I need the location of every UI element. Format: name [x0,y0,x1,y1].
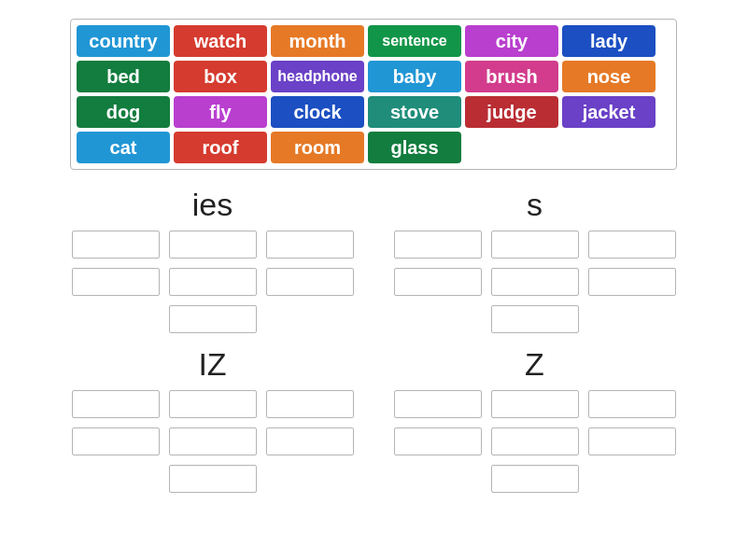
word-card-city[interactable]: city [465,25,558,57]
group-IZ: IZ [70,346,355,493]
group-s: s [392,187,677,333]
group-title: ies [70,187,355,223]
drop-slot[interactable] [394,231,482,259]
sort-groups: iessIZZ [70,187,677,493]
drop-slot[interactable] [266,268,354,296]
drop-slot[interactable] [588,268,676,296]
drop-slot[interactable] [72,268,160,296]
drop-slot[interactable] [169,231,257,259]
group-title: Z [392,346,677,383]
word-card-month[interactable]: month [271,25,364,57]
word-card-fly[interactable]: fly [174,96,267,128]
word-card-room[interactable]: room [271,132,364,163]
word-card-sentence[interactable]: sentence [368,25,461,57]
word-card-stove[interactable]: stove [368,96,461,128]
word-bank: countrywatchmonthsentencecityladybedboxh… [70,19,677,170]
drop-slot[interactable] [394,268,482,296]
slot-grid [70,390,355,493]
drop-slot[interactable] [169,390,257,418]
word-card-clock[interactable]: clock [271,96,364,128]
drop-slot[interactable] [72,427,160,455]
word-card-baby[interactable]: baby [368,61,461,92]
drop-slot[interactable] [266,390,354,418]
word-card-roof[interactable]: roof [174,132,267,163]
drop-slot[interactable] [169,427,257,455]
word-card-watch[interactable]: watch [174,25,267,57]
drop-slot[interactable] [491,305,579,333]
word-card-glass[interactable]: glass [368,132,461,163]
word-card-judge[interactable]: judge [465,96,558,128]
slot-grid [392,390,677,493]
word-card-country[interactable]: country [77,25,170,57]
group-title: s [392,187,677,223]
group-Z: Z [392,346,677,493]
drop-slot[interactable] [588,231,676,259]
group-ies: ies [70,187,355,333]
word-card-box[interactable]: box [174,61,267,92]
word-card-cat[interactable]: cat [77,132,170,163]
drop-slot[interactable] [266,427,354,455]
drop-slot[interactable] [491,231,579,259]
drop-slot[interactable] [491,268,579,296]
drop-slot[interactable] [588,390,676,418]
drop-slot[interactable] [169,465,257,493]
word-card-nose[interactable]: nose [562,61,655,92]
word-card-headphone[interactable]: headphone [271,61,364,92]
slot-grid [392,231,677,333]
drop-slot[interactable] [266,231,354,259]
slot-grid [70,231,355,333]
word-card-bed[interactable]: bed [77,61,170,92]
drop-slot[interactable] [394,427,482,455]
drop-slot[interactable] [491,390,579,418]
drop-slot[interactable] [169,305,257,333]
word-card-dog[interactable]: dog [77,96,170,128]
word-card-jacket[interactable]: jacket [562,96,655,128]
drop-slot[interactable] [491,465,579,493]
drop-slot[interactable] [72,231,160,259]
drop-slot[interactable] [588,427,676,455]
drop-slot[interactable] [72,390,160,418]
word-card-lady[interactable]: lady [562,25,655,57]
word-card-brush[interactable]: brush [465,61,558,92]
group-title: IZ [70,346,355,383]
drop-slot[interactable] [491,427,579,455]
drop-slot[interactable] [169,268,257,296]
drop-slot[interactable] [394,390,482,418]
